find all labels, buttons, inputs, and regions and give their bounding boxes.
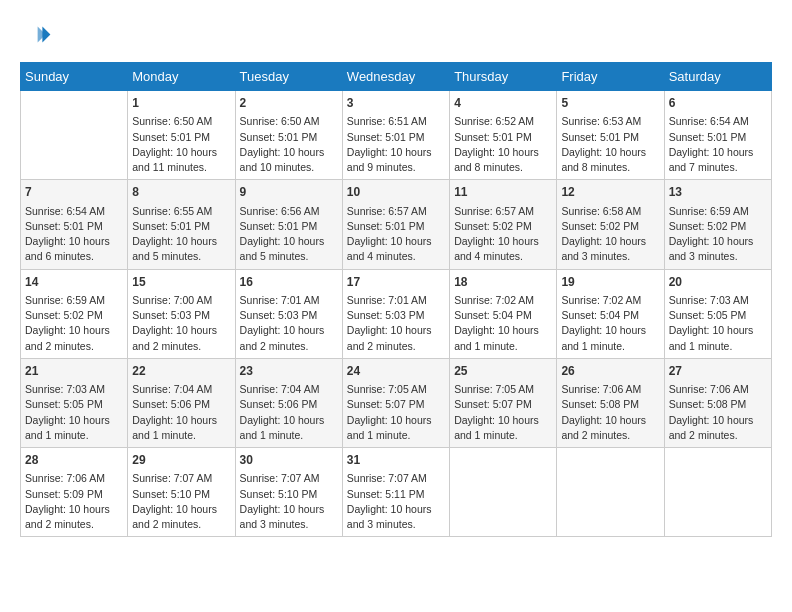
calendar-cell: 29Sunrise: 7:07 AMSunset: 5:10 PMDayligh… xyxy=(128,448,235,537)
day-info: Sunset: 5:03 PM xyxy=(347,308,445,323)
day-info: Sunset: 5:01 PM xyxy=(454,130,552,145)
calendar-cell: 18Sunrise: 7:02 AMSunset: 5:04 PMDayligh… xyxy=(450,269,557,358)
day-info: and 3 minutes. xyxy=(240,517,338,532)
day-info: Sunrise: 6:56 AM xyxy=(240,204,338,219)
day-info: Sunrise: 7:01 AM xyxy=(240,293,338,308)
day-info: Daylight: 10 hours xyxy=(347,145,445,160)
day-number: 8 xyxy=(132,184,230,201)
day-info: Sunset: 5:01 PM xyxy=(347,219,445,234)
weekday-header-wednesday: Wednesday xyxy=(342,63,449,91)
calendar-cell: 25Sunrise: 7:05 AMSunset: 5:07 PMDayligh… xyxy=(450,358,557,447)
day-info: and 1 minute. xyxy=(132,428,230,443)
day-info: and 8 minutes. xyxy=(454,160,552,175)
day-info: Sunrise: 6:52 AM xyxy=(454,114,552,129)
day-info: Daylight: 10 hours xyxy=(25,413,123,428)
calendar-cell: 6Sunrise: 6:54 AMSunset: 5:01 PMDaylight… xyxy=(664,91,771,180)
day-info: Sunrise: 6:54 AM xyxy=(669,114,767,129)
day-info: Daylight: 10 hours xyxy=(25,234,123,249)
day-number: 14 xyxy=(25,274,123,291)
day-info: and 2 minutes. xyxy=(240,339,338,354)
day-number: 5 xyxy=(561,95,659,112)
day-info: Sunset: 5:01 PM xyxy=(347,130,445,145)
day-info: and 7 minutes. xyxy=(669,160,767,175)
day-info: Sunrise: 7:06 AM xyxy=(25,471,123,486)
day-number: 10 xyxy=(347,184,445,201)
day-info: Daylight: 10 hours xyxy=(561,234,659,249)
day-number: 21 xyxy=(25,363,123,380)
calendar-cell: 26Sunrise: 7:06 AMSunset: 5:08 PMDayligh… xyxy=(557,358,664,447)
day-info: Sunset: 5:06 PM xyxy=(132,397,230,412)
day-info: Daylight: 10 hours xyxy=(454,145,552,160)
logo xyxy=(20,20,56,52)
day-info: Sunset: 5:02 PM xyxy=(669,219,767,234)
day-info: Sunset: 5:01 PM xyxy=(25,219,123,234)
day-info: and 2 minutes. xyxy=(25,339,123,354)
day-info: Daylight: 10 hours xyxy=(240,413,338,428)
calendar-cell: 10Sunrise: 6:57 AMSunset: 5:01 PMDayligh… xyxy=(342,180,449,269)
day-number: 7 xyxy=(25,184,123,201)
day-number: 28 xyxy=(25,452,123,469)
day-info: and 1 minute. xyxy=(454,339,552,354)
day-number: 13 xyxy=(669,184,767,201)
calendar-cell: 3Sunrise: 6:51 AMSunset: 5:01 PMDaylight… xyxy=(342,91,449,180)
day-info: Daylight: 10 hours xyxy=(240,145,338,160)
day-number: 19 xyxy=(561,274,659,291)
day-info: Sunset: 5:06 PM xyxy=(240,397,338,412)
day-number: 23 xyxy=(240,363,338,380)
calendar-cell xyxy=(450,448,557,537)
calendar-cell: 11Sunrise: 6:57 AMSunset: 5:02 PMDayligh… xyxy=(450,180,557,269)
day-info: and 2 minutes. xyxy=(25,517,123,532)
day-info: Daylight: 10 hours xyxy=(669,323,767,338)
calendar-cell: 31Sunrise: 7:07 AMSunset: 5:11 PMDayligh… xyxy=(342,448,449,537)
day-info: Sunrise: 6:50 AM xyxy=(240,114,338,129)
weekday-header-tuesday: Tuesday xyxy=(235,63,342,91)
day-info: Sunrise: 7:06 AM xyxy=(561,382,659,397)
day-info: Daylight: 10 hours xyxy=(454,323,552,338)
calendar-cell: 17Sunrise: 7:01 AMSunset: 5:03 PMDayligh… xyxy=(342,269,449,358)
day-info: Daylight: 10 hours xyxy=(347,234,445,249)
day-info: Sunset: 5:03 PM xyxy=(240,308,338,323)
day-info: and 8 minutes. xyxy=(561,160,659,175)
day-info: Sunrise: 6:59 AM xyxy=(25,293,123,308)
day-info: Daylight: 10 hours xyxy=(347,502,445,517)
day-number: 16 xyxy=(240,274,338,291)
day-info: and 2 minutes. xyxy=(669,428,767,443)
day-number: 18 xyxy=(454,274,552,291)
day-info: Sunset: 5:08 PM xyxy=(561,397,659,412)
day-info: Daylight: 10 hours xyxy=(25,323,123,338)
day-info: Sunrise: 7:06 AM xyxy=(669,382,767,397)
day-info: Sunrise: 6:59 AM xyxy=(669,204,767,219)
day-info: Sunset: 5:02 PM xyxy=(561,219,659,234)
calendar-cell: 2Sunrise: 6:50 AMSunset: 5:01 PMDaylight… xyxy=(235,91,342,180)
day-info: Sunset: 5:01 PM xyxy=(132,130,230,145)
day-number: 15 xyxy=(132,274,230,291)
day-info: Sunset: 5:07 PM xyxy=(347,397,445,412)
day-info: Daylight: 10 hours xyxy=(561,145,659,160)
calendar-cell: 19Sunrise: 7:02 AMSunset: 5:04 PMDayligh… xyxy=(557,269,664,358)
calendar-cell: 4Sunrise: 6:52 AMSunset: 5:01 PMDaylight… xyxy=(450,91,557,180)
day-info: Daylight: 10 hours xyxy=(454,413,552,428)
day-info: and 2 minutes. xyxy=(132,339,230,354)
day-info: Sunset: 5:01 PM xyxy=(561,130,659,145)
day-info: Sunset: 5:02 PM xyxy=(25,308,123,323)
day-info: Sunrise: 7:07 AM xyxy=(132,471,230,486)
day-number: 11 xyxy=(454,184,552,201)
day-info: and 5 minutes. xyxy=(132,249,230,264)
calendar-cell: 15Sunrise: 7:00 AMSunset: 5:03 PMDayligh… xyxy=(128,269,235,358)
day-info: Daylight: 10 hours xyxy=(454,234,552,249)
calendar-cell: 7Sunrise: 6:54 AMSunset: 5:01 PMDaylight… xyxy=(21,180,128,269)
calendar-cell: 28Sunrise: 7:06 AMSunset: 5:09 PMDayligh… xyxy=(21,448,128,537)
day-number: 3 xyxy=(347,95,445,112)
weekday-header-friday: Friday xyxy=(557,63,664,91)
day-info: Sunrise: 7:07 AM xyxy=(347,471,445,486)
day-info: Sunrise: 7:00 AM xyxy=(132,293,230,308)
day-info: Daylight: 10 hours xyxy=(669,145,767,160)
weekday-header-sunday: Sunday xyxy=(21,63,128,91)
day-number: 20 xyxy=(669,274,767,291)
calendar-cell: 30Sunrise: 7:07 AMSunset: 5:10 PMDayligh… xyxy=(235,448,342,537)
day-info: Daylight: 10 hours xyxy=(132,145,230,160)
day-info: Sunset: 5:04 PM xyxy=(561,308,659,323)
day-number: 29 xyxy=(132,452,230,469)
day-number: 17 xyxy=(347,274,445,291)
calendar-cell xyxy=(664,448,771,537)
